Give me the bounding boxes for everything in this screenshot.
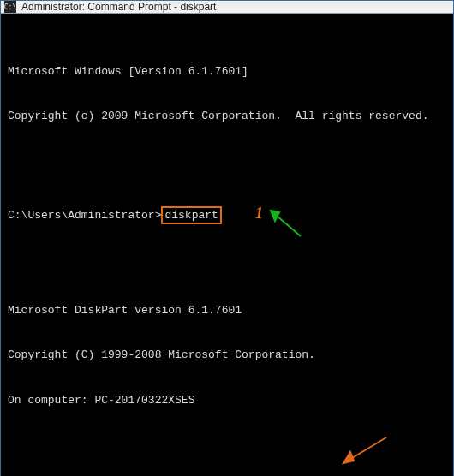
line-winver: Microsoft Windows [Version 6.1.7601] xyxy=(8,64,446,80)
window-title: Administrator: Command Prompt - diskpart xyxy=(21,1,216,13)
svg-marker-3 xyxy=(343,452,354,463)
terminal-area[interactable]: Microsoft Windows [Version 6.1.7601] Cop… xyxy=(1,14,453,476)
line-copyright-win: Copyright (c) 2009 Microsoft Corporation… xyxy=(8,109,446,124)
line-dp-version: Microsoft DiskPart version 6.1.7601 xyxy=(8,303,446,318)
line-diskpart-cmd: C:\Users\Administrator>diskpart 1 xyxy=(8,203,446,225)
cmd-window: C:\ Administrator: Command Prompt - disk… xyxy=(0,0,454,476)
prompt-path: C:\Users\Administrator> xyxy=(8,209,161,222)
svg-line-2 xyxy=(343,437,386,463)
step-number-1: 1 xyxy=(255,205,263,222)
highlight-diskpart: diskpart xyxy=(161,206,221,225)
cmd-icon: C:\ xyxy=(4,1,16,13)
line-dp-copyright: Copyright (C) 1999-2008 Microsoft Corpor… xyxy=(8,348,446,363)
line-dp-computer: On computer: PC-20170322XSES xyxy=(8,393,446,408)
titlebar[interactable]: C:\ Administrator: Command Prompt - disk… xyxy=(1,1,453,14)
